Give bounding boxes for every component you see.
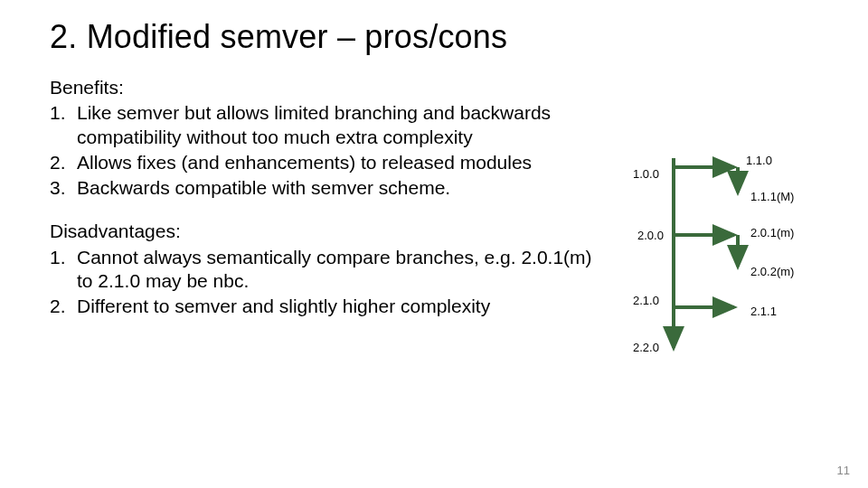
version-label: 2.0.0 bbox=[637, 229, 664, 242]
list-item: 1. Cannot always semantically compare br… bbox=[50, 246, 610, 294]
text-column: Benefits: 1. Like semver but allows limi… bbox=[50, 76, 610, 338]
list-item: 2. Different to semver and slightly high… bbox=[50, 295, 610, 318]
list-number: 1. bbox=[50, 101, 77, 149]
version-label: 1.1.1(M) bbox=[750, 190, 794, 203]
version-label: 2.1.1 bbox=[750, 305, 777, 318]
version-label: 2.0.1(m) bbox=[750, 226, 794, 239]
list-number: 2. bbox=[50, 295, 77, 318]
version-label: 1.1.0 bbox=[746, 154, 772, 167]
version-diagram: 1.0.0 1.1.0 1.1.1(M) 2.0.0 2.0.1(m) 2.0.… bbox=[633, 149, 850, 384]
list-text: Like semver but allows limited branching… bbox=[77, 101, 610, 149]
benefits-label: Benefits: bbox=[50, 76, 610, 99]
diagram-arrows bbox=[633, 149, 850, 384]
version-label: 2.1.0 bbox=[633, 294, 659, 307]
benefits-list: 1. Like semver but allows limited branch… bbox=[50, 101, 610, 200]
list-item: 2. Allows fixes (and enhancements) to re… bbox=[50, 151, 610, 174]
list-text: Backwards compatible with semver scheme. bbox=[77, 176, 610, 200]
list-item: 1. Like semver but allows limited branch… bbox=[50, 101, 610, 149]
list-number: 2. bbox=[50, 151, 77, 174]
list-text: Different to semver and slightly higher … bbox=[77, 295, 610, 318]
disadvantages-list: 1. Cannot always semantically compare br… bbox=[50, 246, 610, 319]
list-number: 1. bbox=[50, 246, 77, 294]
slide: 2. Modified semver – pros/cons Benefits:… bbox=[0, 0, 868, 488]
list-item: 3. Backwards compatible with semver sche… bbox=[50, 176, 610, 200]
list-number: 3. bbox=[50, 176, 77, 200]
version-label: 1.0.0 bbox=[633, 167, 659, 181]
list-text: Allows fixes (and enhancements) to relea… bbox=[77, 151, 610, 174]
slide-title: 2. Modified semver – pros/cons bbox=[50, 18, 818, 56]
disadvantages-label: Disadvantages: bbox=[50, 220, 610, 243]
list-text: Cannot always semantically compare branc… bbox=[77, 246, 610, 294]
version-label: 2.2.0 bbox=[633, 341, 659, 354]
page-number: 11 bbox=[837, 464, 850, 477]
version-label: 2.0.2(m) bbox=[750, 265, 794, 278]
